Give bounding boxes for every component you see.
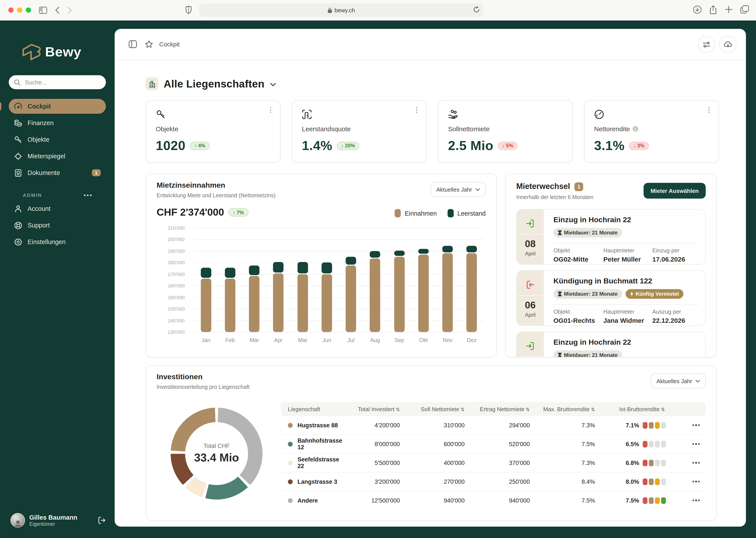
search-input[interactable] [24, 79, 87, 86]
sidebar-item-objekte[interactable]: Objekte [9, 132, 106, 147]
sidebar: Bewy Cockpit Finanzen Objekte Mietersp [0, 20, 115, 538]
rating-squares [643, 441, 666, 447]
row-menu-icon[interactable] [666, 462, 706, 464]
table-row[interactable]: Hugstrasse 88 4'200'000 310'000 294'000 … [281, 416, 706, 435]
property-color-dot [288, 498, 293, 503]
sort-icon[interactable]: ⇅ [591, 406, 595, 412]
active-indicator [0, 102, 1, 111]
period-select[interactable]: Aktuelles Jahr [651, 374, 706, 388]
table-row[interactable]: Andere 12'500'000 940'000 940'000 7.5% 7… [281, 491, 706, 510]
filter-settings-button[interactable] [698, 36, 715, 53]
new-tab-icon[interactable] [725, 5, 733, 15]
rating-square-tan [649, 422, 654, 428]
kebab-menu-icon[interactable]: ⋮ [413, 107, 420, 113]
minimize-window-button[interactable] [17, 7, 22, 13]
sliders-icon [702, 41, 710, 48]
close-window-button[interactable] [8, 7, 14, 13]
sort-icon[interactable]: ⇅ [526, 406, 530, 412]
lightning-icon [630, 291, 633, 296]
chart-subtitle: Entwicklung Miete und Leerstand (Nettomi… [157, 192, 275, 198]
bar-leerstand [394, 250, 405, 256]
favorite-star-icon[interactable] [145, 40, 153, 48]
bewy-house-icon [21, 43, 41, 61]
info-icon[interactable]: i [632, 126, 638, 132]
sort-icon[interactable]: ⇅ [461, 406, 464, 412]
kpi-value: 2.5 Mio [448, 138, 494, 153]
event-card-kuendigung[interactable]: 06 April Kündigung in Buchmatt 122 Mietd… [516, 270, 706, 326]
address-bar[interactable]: bewy.ch [199, 4, 483, 17]
search-icon [14, 79, 21, 85]
sidebar-item-einstellungen[interactable]: Einstellungen [9, 235, 106, 249]
future-rented-pill: Künftig Vermietet [625, 289, 683, 299]
kebab-menu-icon[interactable]: ⋮ [706, 107, 712, 113]
share-icon[interactable] [709, 5, 717, 15]
y-axis-label: 200'000 [148, 237, 185, 242]
property-color-dot [288, 442, 293, 446]
x-axis-label: Aug [364, 337, 386, 343]
window-controls[interactable] [8, 7, 31, 13]
x-axis-label: Okt [412, 337, 434, 343]
event-card-einzug-1[interactable]: 08 April Einzug in Hochrain 22 Mietdauer… [516, 209, 706, 265]
user-profile[interactable]: Gilles Baumann Eigentümer [0, 513, 115, 538]
export-button[interactable] [719, 36, 736, 53]
admin-more-icon[interactable]: ••• [84, 191, 93, 198]
y-axis-label: 180'000 [148, 260, 185, 265]
sort-icon[interactable]: ⇅ [661, 406, 665, 412]
zoom-window-button[interactable] [26, 7, 31, 13]
bar-einnahmen [249, 276, 259, 332]
sidebar-item-label: Finanzen [27, 119, 54, 127]
sidebar-item-support[interactable]: Support [9, 218, 106, 233]
rating-square-gray [655, 441, 660, 447]
sidebar-item-cockpit[interactable]: Cockpit [9, 99, 106, 114]
sidebar-search[interactable] [9, 75, 106, 89]
sidebar-item-label: Dokumente [27, 169, 60, 176]
row-menu-icon[interactable] [666, 500, 706, 501]
chevron-down-icon [270, 82, 276, 86]
browser-sidebar-icon[interactable] [39, 6, 47, 14]
sidebar-item-finanzen[interactable]: Finanzen [9, 116, 106, 130]
rating-square-gold [655, 422, 660, 428]
sidebar-item-dokumente[interactable]: Dokumente 1 [9, 165, 106, 180]
kpi-card-nettorendite: ⋮ Nettorenditei 3.1% ↓3% [584, 100, 719, 163]
row-menu-icon[interactable] [666, 481, 706, 482]
logout-icon[interactable] [97, 516, 106, 524]
period-select[interactable]: Aktuelles Jahr [431, 182, 486, 197]
x-axis-label: Dez [461, 337, 483, 343]
collapse-sidebar-icon[interactable] [129, 40, 137, 48]
bar-einnahmen [297, 274, 308, 332]
gauge-icon [594, 109, 604, 119]
rating-square-red [643, 497, 647, 504]
screen: bewy.ch Bewy [0, 0, 756, 538]
downloads-icon[interactable] [693, 5, 702, 15]
reload-icon[interactable] [473, 6, 479, 13]
sort-icon[interactable]: ⇅ [396, 406, 400, 412]
panel-subtitle: Innerhalb der letzten 6 Monaten [516, 194, 593, 200]
forward-icon[interactable] [67, 6, 72, 14]
lifebuoy-icon [14, 221, 22, 230]
hourglass-icon [558, 230, 562, 235]
privacy-shield-icon[interactable] [186, 6, 191, 14]
duration-pill: Mietdauer: 23 Monate [554, 289, 622, 299]
row-menu-icon[interactable] [666, 424, 706, 426]
bar-leerstand [297, 262, 308, 273]
kpi-card-objekte: ⋮ Objekte 1020 ↑4% [146, 100, 281, 163]
sidebar-item-account[interactable]: Account [9, 201, 106, 216]
kebab-menu-icon[interactable]: ⋮ [267, 107, 274, 113]
table-row[interactable]: Bahnhofstrasse 12 8'000'000 600'000 520'… [281, 435, 706, 454]
sidebar-item-mieterspiegel[interactable]: Mieterspiegel [9, 149, 106, 164]
bar-einnahmen [225, 279, 235, 332]
event-card-einzug-2[interactable]: 04 April Einzug in Hochrain 22 Mietdauer… [516, 332, 706, 357]
table-row[interactable]: Seefeldstrasse 22 5'500'000 400'000 370'… [281, 454, 706, 472]
row-menu-icon[interactable] [666, 443, 706, 445]
document-icon [14, 169, 22, 177]
tab-overview-icon[interactable] [740, 5, 749, 15]
portfolio-selector[interactable]: Alle Liegenschaften [146, 78, 746, 90]
y-axis-label: 150'000 [148, 306, 185, 311]
x-axis-label: Sep [388, 337, 410, 343]
investments-title: Investitionen [157, 373, 202, 381]
back-icon[interactable] [55, 6, 60, 14]
select-tenant-button[interactable]: Mieter Auswählen [644, 183, 706, 198]
event-list: 08 April Einzug in Hochrain 22 Mietdauer… [516, 209, 706, 357]
table-row[interactable]: Langstrasse 3 3'200'000 270'000 250'000 … [281, 472, 706, 491]
investments-card: Investitionen Investitionsverteilung pro… [146, 365, 717, 520]
